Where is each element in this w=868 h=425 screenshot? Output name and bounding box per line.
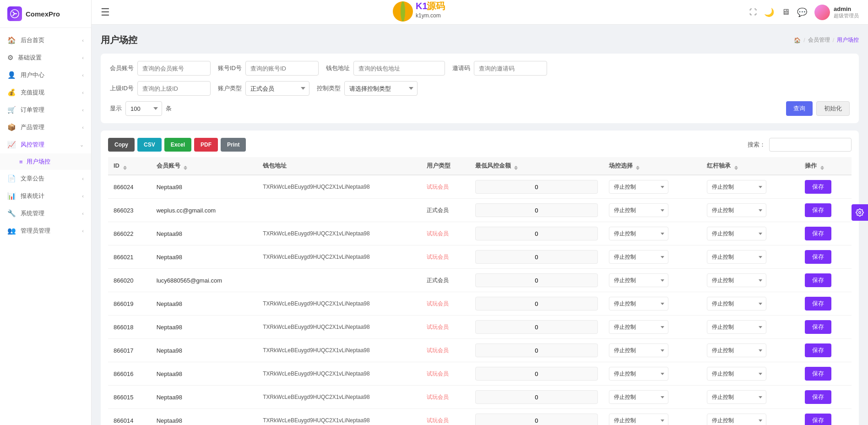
field-control-select[interactable]: 停止控制必赢必输 — [609, 203, 668, 217]
settings-float-button[interactable] — [852, 204, 868, 221]
user-info[interactable]: admin 超级管理员 — [814, 5, 859, 20]
wallet-input[interactable] — [353, 61, 445, 76]
account-type-select[interactable]: 正式会员 试玩会员 全部 — [245, 81, 309, 96]
field-control-select[interactable]: 停止控制必赢必输 — [609, 273, 668, 287]
col-field-control[interactable]: 场控选择 — [603, 157, 701, 175]
sidebar-item-dashboard[interactable]: 🏠 后台首页 ‹ — [0, 32, 91, 49]
save-button[interactable]: 保存 — [805, 180, 831, 194]
save-button[interactable]: 保存 — [805, 414, 831, 425]
red-control-select[interactable]: 停止控制必赢必输 — [707, 250, 766, 264]
query-button[interactable]: 查询 — [786, 101, 813, 116]
csv-button[interactable]: CSV — [137, 138, 162, 152]
red-control-select[interactable]: 停止控制必赢必输 — [707, 343, 766, 357]
sort-red-icon[interactable] — [734, 166, 738, 170]
account-id-input[interactable] — [245, 61, 319, 76]
sidebar-item-product-mgmt[interactable]: 📦 产品管理 ‹ — [0, 119, 91, 136]
sort-field-icon[interactable] — [636, 166, 640, 170]
sidebar-item-recharge[interactable]: 💰 充值提现 ‹ — [0, 84, 91, 101]
sort-id-icon[interactable] — [123, 166, 127, 170]
min-amount-input[interactable] — [475, 367, 598, 381]
home-breadcrumb-icon[interactable]: 🏠 — [794, 37, 801, 44]
sidebar-item-report[interactable]: 📊 报表统计 ‹ — [0, 187, 91, 205]
save-button[interactable]: 保存 — [805, 367, 831, 381]
member-type-badge: 试玩会员 — [427, 417, 449, 424]
red-control-select[interactable]: 停止控制必赢必输 — [707, 180, 766, 194]
filter-actions: 查询 初始化 — [786, 101, 850, 116]
save-button[interactable]: 保存 — [805, 203, 831, 217]
display-count-select[interactable]: 100 50 25 10 — [125, 101, 162, 116]
print-button[interactable]: Print — [221, 138, 246, 152]
field-control-select[interactable]: 停止控制必赢必输 — [609, 297, 668, 311]
col-account[interactable]: 会员账号 — [151, 157, 258, 175]
field-control-select[interactable]: 停止控制必赢必输 — [609, 320, 668, 334]
field-control-select[interactable]: 停止控制必赢必输 — [609, 414, 668, 425]
min-amount-input[interactable] — [475, 203, 598, 217]
reset-button[interactable]: 初始化 — [816, 101, 850, 116]
moon-icon[interactable]: 🌙 — [764, 7, 774, 17]
sidebar-item-order-mgmt[interactable]: 🛒 订单管理 ‹ — [0, 101, 91, 119]
cell-type: 试玩会员 — [421, 292, 470, 316]
field-control-select[interactable]: 停止控制必赢必输 — [609, 343, 668, 357]
save-button[interactable]: 保存 — [805, 227, 831, 240]
red-control-select[interactable]: 停止控制必赢必输 — [707, 320, 766, 334]
chat-icon[interactable]: 💬 — [797, 7, 807, 17]
sidebar-item-user-center[interactable]: 👤 用户中心 ‹ — [0, 66, 91, 84]
col-action[interactable]: 操作 — [799, 157, 852, 175]
superior-id-input[interactable] — [137, 81, 211, 96]
save-button[interactable]: 保存 — [805, 250, 831, 264]
field-control-select[interactable]: 停止控制必赢必输 — [609, 250, 668, 264]
col-type[interactable]: 用户类型 — [421, 157, 470, 175]
member-account-input[interactable] — [137, 61, 211, 76]
col-red-control[interactable]: 红杆轴承 — [701, 157, 799, 175]
invite-input[interactable] — [474, 61, 547, 76]
col-wallet[interactable]: 钱包地址 — [257, 157, 421, 175]
min-amount-input[interactable] — [475, 343, 598, 357]
min-amount-input[interactable] — [475, 273, 598, 287]
save-button[interactable]: 保存 — [805, 273, 831, 287]
red-control-select[interactable]: 停止控制必赢必输 — [707, 297, 766, 311]
red-control-select[interactable]: 停止控制必赢必输 — [707, 273, 766, 287]
red-control-select[interactable]: 停止控制必赢必输 — [707, 227, 766, 240]
sidebar-item-admin[interactable]: 👥 管理员管理 ‹ — [0, 222, 91, 240]
monitor-icon[interactable]: 🖥 — [781, 7, 790, 17]
sidebar-item-article[interactable]: 📄 文章公告 ‹ — [0, 170, 91, 187]
col-id[interactable]: ID — [108, 157, 151, 175]
min-amount-input[interactable] — [475, 227, 598, 240]
min-amount-input[interactable] — [475, 320, 598, 334]
save-button[interactable]: 保存 — [805, 343, 831, 357]
save-button[interactable]: 保存 — [805, 297, 831, 311]
save-button[interactable]: 保存 — [805, 390, 831, 404]
min-amount-input[interactable] — [475, 390, 598, 404]
min-amount-input[interactable] — [475, 297, 598, 311]
cell-field-control: 停止控制必赢必输 — [603, 339, 701, 362]
min-amount-input[interactable] — [475, 180, 598, 194]
excel-button[interactable]: Excel — [164, 138, 191, 152]
sidebar-item-user-risk[interactable]: ≡ 用户场控 — [0, 153, 91, 170]
field-control-select[interactable]: 停止控制必赢必输 — [609, 227, 668, 240]
hamburger-icon[interactable]: ☰ — [101, 6, 110, 18]
field-control-select[interactable]: 停止控制必赢必输 — [609, 180, 668, 194]
copy-button[interactable]: Copy — [108, 138, 135, 152]
red-control-select[interactable]: 停止控制必赢必输 — [707, 390, 766, 404]
sort-amount-icon[interactable] — [514, 166, 518, 170]
min-amount-input[interactable] — [475, 414, 598, 425]
pdf-button[interactable]: PDF — [194, 138, 218, 152]
col-min-amount[interactable]: 最低风控金额 — [470, 157, 603, 175]
red-control-select[interactable]: 停止控制必赢必输 — [707, 367, 766, 381]
sidebar-item-basic-settings[interactable]: ⚙ 基础设置 ‹ — [0, 49, 91, 66]
breadcrumb-member-mgmt[interactable]: 会员管理 — [808, 36, 830, 44]
red-control-select[interactable]: 停止控制必赢必输 — [707, 203, 766, 217]
sidebar-item-risk-control[interactable]: 📈 风控管理 ⌄ — [0, 136, 91, 153]
fullscreen-icon[interactable]: ⛶ — [749, 8, 757, 16]
red-control-select[interactable]: 停止控制必赢必输 — [707, 414, 766, 425]
min-amount-input[interactable] — [475, 250, 598, 264]
sort-account-icon[interactable] — [184, 166, 187, 170]
search-input[interactable] — [769, 138, 852, 152]
sidebar-item-system[interactable]: 🔧 系统管理 ‹ — [0, 205, 91, 222]
save-button[interactable]: 保存 — [805, 320, 831, 334]
sort-action-icon[interactable] — [820, 166, 824, 170]
field-control-select[interactable]: 停止控制必赢必输 — [609, 367, 668, 381]
field-control-select[interactable]: 停止控制必赢必输 — [609, 390, 668, 404]
chevron-left-icon: ‹ — [82, 107, 84, 113]
control-type-select[interactable]: 请选择控制类型 停止控制 必赢 必输 — [344, 81, 418, 96]
